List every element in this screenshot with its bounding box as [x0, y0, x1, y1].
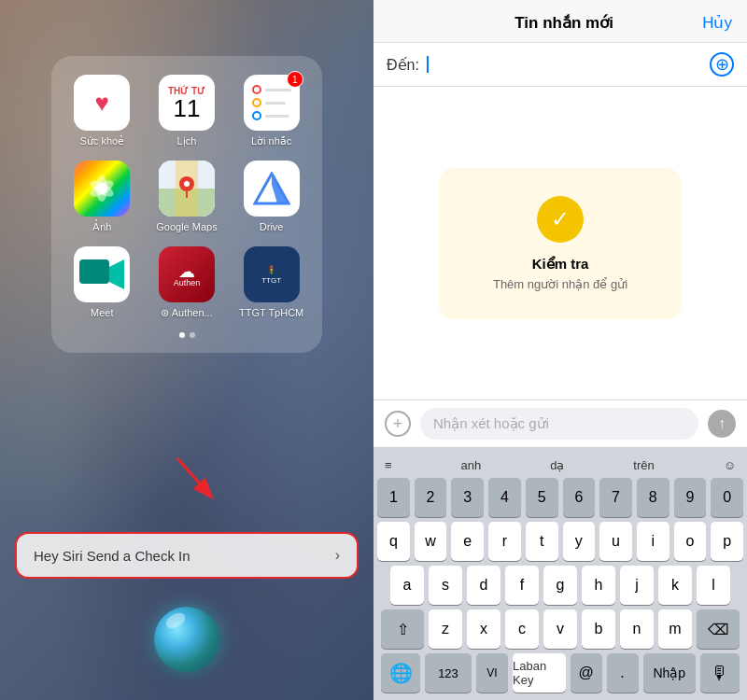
app-ttgt[interactable]: 🚦 TTGT TTGT TpHCM: [235, 246, 307, 319]
kb-key-0[interactable]: 0: [711, 478, 743, 517]
app-meet-label: Meet: [91, 307, 113, 318]
kb-key-8[interactable]: 8: [637, 478, 669, 517]
siri-suggestion[interactable]: Hey Siri Send a Check In ›: [15, 532, 359, 579]
kb-key-3[interactable]: 3: [451, 478, 484, 517]
app-meet[interactable]: Meet: [66, 246, 138, 319]
send-button[interactable]: ↑: [708, 410, 736, 438]
kb-at-key[interactable]: @: [571, 653, 602, 693]
drive-icon: [244, 161, 300, 217]
siri-orb[interactable]: [154, 607, 219, 672]
kb-key-m[interactable]: m: [658, 609, 692, 649]
app-health[interactable]: Sức khoẻ: [66, 75, 138, 147]
red-arrow: [168, 454, 224, 513]
kb-key-q[interactable]: q: [377, 522, 410, 561]
kb-key-2[interactable]: 2: [415, 478, 447, 517]
app-authy-label: ⊛ Authen...: [161, 307, 212, 319]
dot-2: [190, 332, 195, 338]
kb-key-l[interactable]: l: [697, 566, 730, 605]
kb-key-6[interactable]: 6: [563, 478, 596, 517]
kb-key-k[interactable]: k: [658, 566, 692, 605]
kb-number-row: 1 2 3 4 5 6 7 8 9 0: [377, 478, 743, 517]
input-bar: + Nhận xét hoặc gửi ↑: [374, 399, 747, 447]
kb-toolbar-da[interactable]: dạ: [550, 458, 564, 472]
svg-point-8: [184, 181, 190, 187]
app-photos-label: Ảnh: [92, 221, 111, 233]
kb-key-d[interactable]: d: [467, 566, 500, 605]
cancel-button[interactable]: Hủy: [702, 13, 732, 33]
kb-key-7[interactable]: 7: [599, 478, 632, 517]
check-in-title: Kiểm tra: [461, 256, 659, 273]
kb-toolbar-tren[interactable]: trên: [633, 458, 654, 472]
app-health-label: Sức khoẻ: [80, 135, 125, 147]
app-maps-label: Google Maps: [156, 221, 217, 232]
kb-key-c[interactable]: c: [505, 609, 539, 649]
right-panel: Tin nhắn mới Hủy Đến: ⊕ ✓ Kiểm tra Thêm …: [374, 0, 747, 700]
kb-key-f[interactable]: f: [505, 566, 539, 605]
kb-num-key[interactable]: 123: [425, 653, 472, 693]
kb-key-9[interactable]: 9: [674, 478, 707, 517]
svg-rect-15: [79, 259, 109, 284]
app-authy[interactable]: ☁ Authen ⊛ Authen...: [151, 246, 223, 319]
siri-suggestion-text: Hey Siri Send a Check In: [34, 548, 190, 564]
maps-icon: [159, 161, 215, 217]
kb-key-4[interactable]: 4: [488, 478, 521, 517]
kb-toolbar-emoji[interactable]: ☺: [724, 458, 736, 472]
kb-key-i[interactable]: i: [637, 522, 669, 561]
photos-icon: [74, 161, 130, 217]
kb-key-n[interactable]: n: [620, 609, 654, 649]
messages-header: Tin nhắn mới Hủy: [374, 0, 747, 43]
kb-key-e[interactable]: e: [451, 522, 484, 561]
kb-dot-key[interactable]: .: [607, 653, 639, 693]
cal-date: 11: [174, 96, 201, 120]
kb-key-y[interactable]: y: [563, 522, 596, 561]
check-in-subtitle: Thêm người nhận để gửi: [461, 277, 659, 291]
kb-key-x[interactable]: x: [467, 609, 500, 649]
kb-shift-key[interactable]: ⇧: [381, 609, 424, 649]
kb-key-s[interactable]: s: [429, 566, 462, 605]
kb-key-u[interactable]: u: [599, 522, 632, 561]
kb-vi-key[interactable]: VI: [476, 653, 508, 693]
kb-asdf-row: a s d f g h j k l: [377, 566, 743, 605]
kb-enter-key[interactable]: Nhập: [643, 653, 697, 693]
ttgt-icon: 🚦 TTGT: [244, 246, 300, 302]
add-recipient-button[interactable]: ⊕: [710, 52, 734, 77]
kb-key-5[interactable]: 5: [526, 478, 558, 517]
kb-globe-key[interactable]: 🌐: [381, 653, 420, 693]
check-in-card: ✓ Kiểm tra Thêm người nhận để gửi: [439, 168, 682, 319]
kb-key-w[interactable]: w: [415, 522, 447, 561]
reminders-icon: 1: [244, 75, 300, 131]
kb-key-a[interactable]: a: [390, 566, 424, 605]
authy-icon: ☁ Authen: [159, 246, 215, 302]
reminders-badge: 1: [287, 71, 303, 88]
kb-key-g[interactable]: g: [543, 566, 577, 605]
calendar-icon: THỨ TƯ 11: [159, 75, 215, 131]
kb-key-b[interactable]: b: [582, 609, 615, 649]
left-panel: Sức khoẻ THỨ TƯ 11 Lịch 1: [0, 0, 374, 700]
kb-mic-key[interactable]: 🎙: [700, 653, 740, 693]
kb-key-o[interactable]: o: [674, 522, 707, 561]
kb-key-h[interactable]: h: [582, 566, 615, 605]
kb-key-r[interactable]: r: [488, 522, 521, 561]
health-icon: [74, 75, 130, 131]
kb-toolbar-anh[interactable]: anh: [461, 458, 482, 472]
keyboard-toolbar: ≡ anh dạ trên ☺: [377, 455, 743, 478]
app-photos[interactable]: Ảnh: [66, 161, 138, 233]
app-maps[interactable]: Google Maps: [151, 161, 223, 233]
add-attachment-button[interactable]: +: [385, 411, 411, 437]
kb-key-j[interactable]: j: [620, 566, 654, 605]
kb-key-t[interactable]: t: [526, 522, 558, 561]
svg-line-18: [177, 458, 210, 496]
kb-backspace-key[interactable]: ⌫: [697, 609, 740, 649]
kb-space-key[interactable]: Laban Key: [513, 653, 566, 693]
kb-key-v[interactable]: v: [543, 609, 577, 649]
message-input[interactable]: Nhận xét hoặc gửi: [420, 408, 698, 440]
app-calendar[interactable]: THỨ TƯ 11 Lịch: [151, 75, 223, 147]
app-reminders[interactable]: 1 Lời nhắc: [235, 75, 307, 147]
app-drive[interactable]: Drive: [235, 161, 307, 233]
page-dots: [66, 332, 307, 338]
kb-key-p[interactable]: p: [711, 522, 743, 561]
kb-key-z[interactable]: z: [429, 609, 462, 649]
kb-key-1[interactable]: 1: [377, 478, 410, 517]
kb-qwerty-row: q w e r t y u i o p: [377, 522, 743, 561]
kb-toolbar-menu[interactable]: ≡: [385, 458, 392, 472]
